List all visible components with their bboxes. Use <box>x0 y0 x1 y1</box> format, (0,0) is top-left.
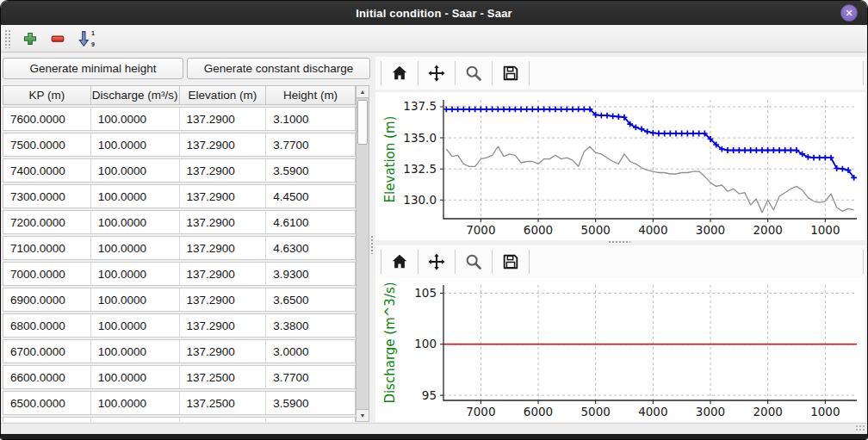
home-button[interactable] <box>387 60 412 86</box>
table-row[interactable]: 7200.0000100.0000137.29004.6100 <box>3 210 356 234</box>
table-cell[interactable]: 137.2900 <box>180 185 267 208</box>
generate-minimal-height-button[interactable]: Generate minimal height <box>3 58 183 79</box>
table-cell[interactable]: 100.0000 <box>91 211 180 233</box>
toolbar-separator <box>529 250 530 274</box>
table-cell[interactable]: 6900.0000 <box>3 288 91 311</box>
elevation-plot-toolbar <box>375 57 865 90</box>
column-header[interactable]: Elevation (m) <box>180 86 267 104</box>
table-cell[interactable]: 3.5900 <box>266 392 355 414</box>
table-cell[interactable]: 137.2900 <box>180 288 267 311</box>
table-cell[interactable]: 7300.0000 <box>3 185 91 208</box>
table-row[interactable] <box>3 417 356 422</box>
table-cell[interactable]: 137.2900 <box>180 211 267 233</box>
table-cell[interactable]: 3.6500 <box>266 288 355 311</box>
home-button[interactable] <box>387 249 412 275</box>
table-cell[interactable]: 3.7700 <box>266 133 355 156</box>
svg-text:130.0: 130.0 <box>403 193 437 207</box>
plot-splitter-handle[interactable] <box>608 240 630 245</box>
table-panel: Generate minimal height Generate constan… <box>1 53 374 423</box>
table-row[interactable]: 7000.0000100.0000137.29003.9300 <box>3 262 356 286</box>
discharge-figure: 700060005000400030002000100010510095Disc… <box>375 278 865 422</box>
table-row[interactable]: 6600.0000100.0000137.25003.7700 <box>3 365 356 389</box>
table-cell[interactable]: 3.0000 <box>266 340 355 363</box>
table-cell[interactable]: 6700.0000 <box>3 340 91 363</box>
table-cell[interactable]: 100.0000 <box>91 133 180 156</box>
table-cell[interactable]: 7500.0000 <box>3 133 91 156</box>
scroll-up-button[interactable]: ▲ <box>356 86 369 98</box>
save-button[interactable] <box>498 249 524 275</box>
table-cell[interactable]: 3.3800 <box>266 314 355 337</box>
zoom-button[interactable] <box>461 249 487 275</box>
zoom-button[interactable] <box>461 60 487 86</box>
table-cell[interactable]: 137.2900 <box>180 108 267 130</box>
table-cell[interactable]: 100.0000 <box>91 159 180 182</box>
table-cell[interactable] <box>3 418 91 422</box>
elevation-plot-canvas[interactable]: 7000600050004000300020001000137.5135.013… <box>375 92 865 240</box>
table-row[interactable]: 6900.0000100.0000137.29003.6500 <box>3 288 356 312</box>
generate-constant-discharge-button[interactable]: Generate constant discharge <box>187 58 370 79</box>
table-cell[interactable]: 137.2900 <box>180 340 267 363</box>
table-cell[interactable]: 7400.0000 <box>3 159 91 182</box>
table-cell[interactable]: 100.0000 <box>91 108 180 130</box>
table-cell[interactable]: 6500.0000 <box>3 392 91 414</box>
titlebar[interactable]: Initial condition - Saar - Saar ✕ <box>1 1 867 25</box>
table-cell[interactable]: 137.2500 <box>180 366 267 388</box>
close-button[interactable]: ✕ <box>840 4 858 22</box>
table-cell[interactable]: 137.2900 <box>180 237 267 259</box>
table-cell[interactable]: 7600.0000 <box>3 108 91 130</box>
table-cell[interactable]: 6800.0000 <box>3 314 91 337</box>
discharge-plot-canvas[interactable]: 700060005000400030002000100010510095Disc… <box>375 278 865 422</box>
table-row[interactable]: 6700.0000100.0000137.29003.0000 <box>3 339 356 363</box>
table-cell[interactable]: 137.2900 <box>180 314 267 337</box>
scroll-down-button[interactable]: ▼ <box>356 409 369 421</box>
table-row[interactable]: 7400.0000100.0000137.29003.5900 <box>3 158 356 183</box>
table-cell[interactable]: 4.6100 <box>266 211 355 233</box>
table-cell[interactable]: 100.0000 <box>91 366 180 388</box>
table-cell[interactable]: 4.6300 <box>266 237 355 259</box>
table-cell[interactable]: 100.0000 <box>91 263 180 285</box>
sort-rows-button[interactable]: 1 9 <box>74 28 96 50</box>
save-button[interactable] <box>498 60 524 86</box>
toolbar-drag-handle[interactable] <box>4 29 10 48</box>
table-cell[interactable]: 7200.0000 <box>3 211 91 233</box>
column-header[interactable]: KP (m) <box>3 86 91 104</box>
table-cell[interactable]: 3.5900 <box>266 159 355 182</box>
scrollbar-thumb[interactable] <box>357 100 368 145</box>
table-row[interactable]: 6500.0000100.0000137.25003.5900 <box>3 391 356 415</box>
pan-button[interactable] <box>424 60 450 86</box>
table-row[interactable]: 7600.0000100.0000137.29003.1000 <box>3 107 356 131</box>
table-cell[interactable]: 100.0000 <box>91 314 180 337</box>
table-cell[interactable]: 137.2900 <box>180 133 267 156</box>
add-row-button[interactable] <box>19 28 41 50</box>
table-cell[interactable]: 137.2900 <box>180 263 267 285</box>
table-cell[interactable] <box>266 418 355 422</box>
table-row[interactable]: 7300.0000100.0000137.29004.4500 <box>3 184 356 208</box>
table-cell[interactable] <box>91 418 180 422</box>
table-cell[interactable]: 100.0000 <box>91 237 180 259</box>
resize-grip[interactable] <box>855 425 865 432</box>
table-cell[interactable]: 6600.0000 <box>3 366 91 388</box>
table-cell[interactable]: 137.2500 <box>180 392 267 414</box>
table-cell[interactable]: 100.0000 <box>91 340 180 363</box>
table-cell[interactable]: 3.9300 <box>266 263 355 285</box>
table-row[interactable]: 7500.0000100.0000137.29003.7700 <box>3 133 356 157</box>
column-header[interactable]: Height (m) <box>266 86 355 104</box>
table-cell[interactable] <box>180 418 267 422</box>
table-cell[interactable]: 3.1000 <box>266 108 355 130</box>
svg-text:2000: 2000 <box>753 405 782 418</box>
table-row[interactable]: 7100.0000100.0000137.29004.6300 <box>3 236 356 260</box>
pan-button[interactable] <box>424 249 450 275</box>
table-cell[interactable]: 100.0000 <box>91 288 180 311</box>
close-icon: ✕ <box>845 8 852 18</box>
table-scrollbar[interactable]: ▲ ▼ <box>356 85 369 422</box>
table-cell[interactable]: 4.4500 <box>266 185 355 208</box>
table-cell[interactable]: 3.7700 <box>266 366 355 388</box>
table-cell[interactable]: 7000.0000 <box>3 263 91 285</box>
table-cell[interactable]: 100.0000 <box>91 185 180 208</box>
table-cell[interactable]: 100.0000 <box>91 392 180 414</box>
column-header[interactable]: Discharge (m³/s) <box>91 86 180 104</box>
table-cell[interactable]: 7100.0000 <box>3 237 91 259</box>
table-row[interactable]: 6800.0000100.0000137.29003.3800 <box>3 313 356 338</box>
remove-row-button[interactable] <box>46 28 69 50</box>
table-cell[interactable]: 137.2900 <box>180 159 267 182</box>
